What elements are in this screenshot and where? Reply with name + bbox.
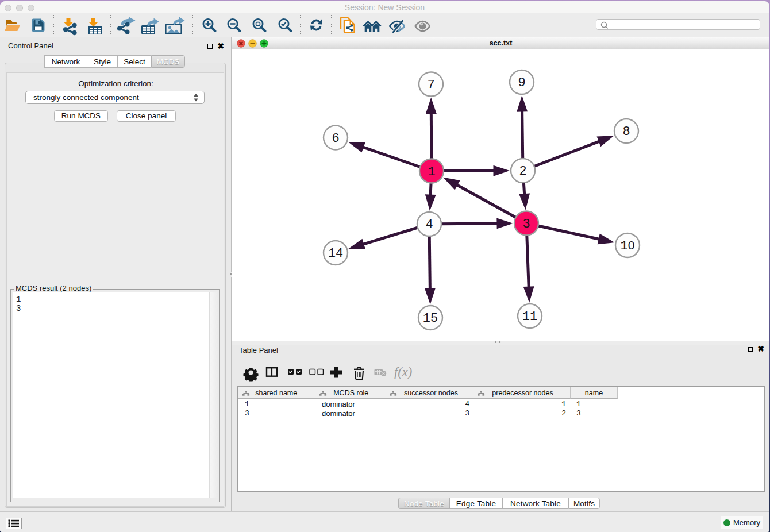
svg-text:15: 15 (423, 311, 438, 326)
svg-text:7: 7 (427, 78, 434, 92)
svg-text:2: 2 (519, 164, 526, 179)
svg-text:8: 8 (622, 125, 630, 139)
svg-text:6: 6 (332, 132, 339, 146)
svg-text:3: 3 (522, 217, 530, 232)
svg-text:9: 9 (518, 76, 525, 90)
svg-text:14: 14 (328, 246, 343, 261)
svg-text:f(x): f(x) (394, 365, 412, 379)
svg-text:1: 1 (428, 165, 435, 179)
svg-text:10: 10 (621, 238, 635, 253)
svg-text:11: 11 (522, 310, 537, 324)
svg-text:4: 4 (425, 218, 433, 232)
